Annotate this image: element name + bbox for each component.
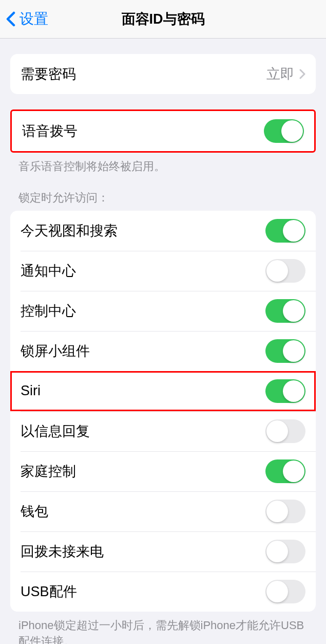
lock-access-item-label: 回拨未接来电 xyxy=(21,542,104,561)
voice-dial-toggle[interactable] xyxy=(264,119,304,143)
lock-access-toggle[interactable] xyxy=(265,339,305,363)
lock-access-item-label: USB配件 xyxy=(21,582,77,601)
nav-header: 设置 面容ID与密码 xyxy=(0,0,326,39)
lock-access-toggle[interactable] xyxy=(265,459,305,483)
require-passcode-label: 需要密码 xyxy=(21,65,76,83)
lock-access-toggle[interactable] xyxy=(265,299,305,323)
lock-access-toggle[interactable] xyxy=(265,500,305,523)
lock-access-item-label: 通知中心 xyxy=(21,262,76,280)
row-lock-access: USB配件 xyxy=(10,572,316,612)
lock-access-item-label: 控制中心 xyxy=(21,302,76,320)
chevron-right-icon xyxy=(299,69,305,79)
group-require-passcode: 需要密码 立即 xyxy=(10,54,316,94)
back-label: 设置 xyxy=(20,9,48,29)
lock-access-toggle[interactable] xyxy=(265,219,305,243)
row-require-passcode[interactable]: 需要密码 立即 xyxy=(10,54,316,94)
chevron-left-icon xyxy=(6,11,15,27)
lock-access-item-label: 锁屏小组件 xyxy=(21,342,90,360)
row-lock-access: 回拨未接来电 xyxy=(10,531,316,572)
lock-access-item-label: 以信息回复 xyxy=(21,422,90,440)
lock-access-item-label: Siri xyxy=(21,383,41,399)
row-lock-access: 今天视图和搜索 xyxy=(10,211,316,251)
require-passcode-value: 立即 xyxy=(266,65,294,83)
lock-access-item-label: 家庭控制 xyxy=(21,462,76,481)
row-lock-access: 通知中心 xyxy=(10,251,316,291)
page-title: 面容ID与密码 xyxy=(122,10,205,28)
group-lock-access: 今天视图和搜索通知中心控制中心锁屏小组件Siri以信息回复家庭控制钱包回拨未接来… xyxy=(10,211,316,612)
row-lock-access: 控制中心 xyxy=(10,291,316,331)
voice-dial-label: 语音拨号 xyxy=(22,122,78,140)
lock-access-footer: iPhone锁定超过一小时后，需先解锁iPhone才能允许USB配件连接。 xyxy=(18,618,308,644)
row-lock-access: 锁屏小组件 xyxy=(10,331,316,371)
row-lock-access: 钱包 xyxy=(10,491,316,531)
lock-access-toggle[interactable] xyxy=(265,259,305,283)
lock-access-toggle[interactable] xyxy=(265,540,305,563)
lock-access-toggle[interactable] xyxy=(265,419,305,443)
row-voice-dial: 语音拨号 xyxy=(12,111,314,151)
lock-access-item-label: 今天视图和搜索 xyxy=(21,222,118,240)
row-lock-access: 家庭控制 xyxy=(10,451,316,491)
group-voice-dial: 语音拨号 xyxy=(10,109,316,153)
row-lock-access: 以信息回复 xyxy=(10,411,316,451)
lock-access-header: 锁定时允许访问： xyxy=(18,190,308,206)
lock-access-toggle[interactable] xyxy=(265,580,305,603)
lock-access-toggle[interactable] xyxy=(265,379,305,403)
row-lock-access: Siri xyxy=(10,371,316,411)
voice-dial-footer: 音乐语音控制将始终被启用。 xyxy=(18,159,308,175)
lock-access-item-label: 钱包 xyxy=(21,502,48,521)
back-button[interactable]: 设置 xyxy=(6,9,48,29)
